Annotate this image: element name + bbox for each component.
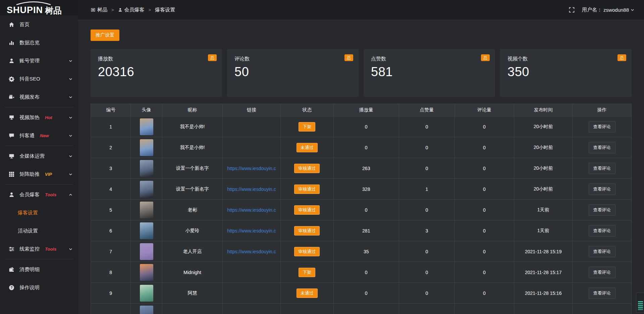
table-row: 7老人开店https://www.iesdouyin.c审核通过35002021…	[91, 241, 632, 262]
video-link[interactable]: https://www.iesdouyin.c	[227, 207, 276, 213]
cell-publish-time: 2021-11-28 15:19	[514, 241, 573, 262]
cell-comments: 0	[454, 137, 514, 158]
sidebar-item-clue-monitor[interactable]: 线索监控Tools	[0, 240, 78, 258]
view-comments-button[interactable]: 查看评论	[589, 163, 615, 174]
cell-comments: 0	[454, 220, 514, 241]
sidebar-item-tag: VIP	[45, 172, 52, 177]
video-link[interactable]: https://www.iesdouyin.c	[227, 228, 276, 233]
column-header: 播放量	[333, 104, 399, 116]
sidebar-item-member-baoke[interactable]: 会员爆客Tools	[0, 186, 78, 204]
cell-status: 审核通过	[280, 220, 333, 241]
content-area: 推广设置 播放数20316总评论数50总点赞数581总视频个数350总 编号头像…	[78, 20, 644, 314]
view-comments-button[interactable]: 查看评论	[589, 267, 615, 278]
floating-widget[interactable]	[636, 293, 644, 313]
chevron-down-icon	[68, 59, 73, 63]
stat-cards: 播放数20316总评论数50总点赞数581总视频个数350总	[91, 49, 632, 97]
stat-label: 播放数	[98, 56, 215, 62]
cell-link	[223, 137, 280, 158]
view-comments-button[interactable]: 查看评论	[589, 184, 615, 195]
chevron-down-icon	[68, 134, 73, 138]
status-badge: 未通过	[297, 289, 318, 298]
view-comments-button[interactable]: 查看评论	[589, 225, 615, 237]
app-window: SHUPIN 树品 首页数据总览账号管理抖音SEO视频发布视频加热Hot抖客通N…	[0, 0, 644, 314]
sidebar: SHUPIN 树品 首页数据总览账号管理抖音SEO视频发布视频加热Hot抖客通N…	[0, 0, 78, 314]
sidebar-item-matrix-boost[interactable]: 矩阵助推VIP	[0, 165, 78, 183]
view-comments-button[interactable]: 查看评论	[589, 246, 615, 257]
table-row	[91, 304, 632, 314]
sidebar-item-tag: Tools	[45, 192, 56, 197]
cell-plays	[333, 304, 399, 314]
stat-value: 350	[507, 65, 624, 79]
sidebar-item-consume-detail[interactable]: 消费明细	[0, 260, 78, 278]
cell-avatar	[131, 262, 162, 283]
avatar	[140, 306, 153, 314]
cell-nickname: 我不是小帅!	[162, 116, 223, 137]
table-row: 1我不是小帅!下架00020小时前查看评论	[91, 116, 632, 137]
sidebar-item-label: 消费明细	[19, 266, 40, 273]
frame-icon	[91, 8, 95, 12]
sidebar-item-data-overview[interactable]: 数据总览	[0, 34, 78, 52]
cell-action: 查看评论	[573, 241, 632, 262]
video-link[interactable]: https://www.iesdouyin.c	[227, 249, 276, 254]
sidebar-item-douketong[interactable]: 抖客通New	[0, 126, 78, 145]
cell-link	[223, 304, 280, 314]
breadcrumb-item-baoke-settings[interactable]: 爆客设置	[155, 7, 175, 13]
column-header: 头像	[131, 104, 162, 116]
status-badge: 审核通过	[294, 185, 320, 194]
logo-arc	[15, 1, 52, 5]
cell-status: 未通过	[280, 137, 333, 158]
stat-card: 评论数50总	[227, 49, 359, 97]
username-label: 用户名：	[582, 7, 602, 13]
view-comments-button[interactable]: 查看评论	[589, 204, 615, 216]
cell-comments: 0	[454, 262, 514, 283]
cell-avatar	[131, 220, 162, 241]
view-comments-button[interactable]: 查看评论	[589, 121, 615, 133]
promo-settings-button[interactable]: 推广设置	[91, 30, 119, 41]
sidebar-subitem-activity-settings[interactable]: 活动设置	[0, 222, 78, 240]
sidebar-item-home[interactable]: 首页	[0, 15, 78, 34]
stat-card: 播放数20316总	[91, 49, 222, 97]
avatar	[140, 118, 153, 135]
view-comments-button[interactable]: 查看评论	[589, 287, 615, 299]
cell-link: https://www.iesdouyin.c	[223, 179, 280, 200]
stat-value: 50	[234, 65, 351, 79]
cell-id: 6	[91, 220, 131, 241]
cell-comments: 0	[454, 283, 514, 304]
sidebar-item-video-heat[interactable]: 视频加热Hot	[0, 108, 78, 126]
table-row: 4设置一个新名字https://www.iesdouyin.c审核通过32810…	[91, 179, 632, 200]
stat-card: 点赞数581总	[364, 49, 495, 97]
column-header: 操作	[573, 104, 632, 116]
cell-avatar	[131, 116, 162, 137]
breadcrumb-item-member-baoke[interactable]: 会员爆客	[118, 7, 145, 13]
cell-action: 查看评论	[573, 179, 632, 200]
chevron-down-icon	[68, 247, 73, 251]
chat-icon	[9, 133, 14, 139]
avatar	[140, 264, 153, 281]
sidebar-item-operation-guide[interactable]: ?操作说明	[0, 278, 78, 297]
cell-likes	[399, 304, 454, 314]
video-link[interactable]: https://www.iesdouyin.c	[227, 166, 276, 171]
fullscreen-icon[interactable]	[569, 7, 575, 13]
cell-avatar	[131, 179, 162, 200]
user-menu[interactable]: 用户名： zswodun88	[582, 7, 635, 13]
cell-action	[573, 304, 632, 314]
sidebar-item-label: 全媒体运营	[19, 153, 45, 159]
sidebar-subitem-baoke-settings[interactable]: 爆客设置	[0, 204, 78, 222]
video-link[interactable]: https://www.iesdouyin.c	[227, 187, 276, 192]
cell-publish-time: 20小时前	[514, 137, 573, 158]
sidebar-item-tag: New	[40, 133, 49, 138]
sidebar-item-account-management[interactable]: 账号管理	[0, 52, 78, 70]
status-badge: 审核通过	[294, 226, 320, 235]
sidebar-item-douyin-seo[interactable]: 抖音SEO	[0, 70, 78, 88]
stat-total-badge: 总	[481, 54, 490, 61]
video-table: 编号头像昵称链接状态播放量点赞量评论量发布时间操作1我不是小帅!下架00020小…	[91, 104, 632, 314]
cell-id: 8	[91, 262, 131, 283]
view-comments-button[interactable]: 查看评论	[589, 142, 615, 153]
cell-plays: 0	[333, 200, 399, 220]
table-row: 5老彬https://www.iesdouyin.c审核通过0001天前查看评论	[91, 200, 632, 220]
breadcrumb-item-shupin[interactable]: 树品	[91, 7, 107, 13]
heat-screen-icon	[9, 115, 14, 120]
avatar	[140, 222, 153, 239]
sidebar-item-video-publish[interactable]: 视频发布	[0, 88, 78, 106]
sidebar-item-media-operation[interactable]: 全媒体运营	[0, 147, 78, 165]
